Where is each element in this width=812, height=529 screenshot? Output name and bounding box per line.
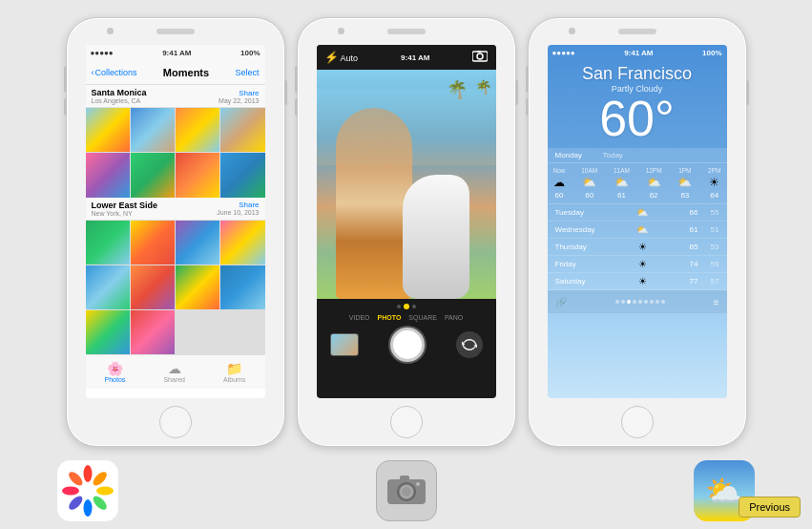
photo-4[interactable] — [220, 108, 264, 152]
iphone3-top-bezel — [529, 18, 746, 45]
photos-app-icon-wrapper[interactable] — [57, 460, 118, 521]
weather-share-icon[interactable]: 🔗 — [555, 297, 567, 307]
svg-point-6 — [96, 487, 114, 496]
friday-label: Friday — [555, 260, 608, 268]
photo-8[interactable] — [220, 153, 264, 197]
hour-now-icon: ☁ — [553, 176, 565, 189]
photos-app-icon[interactable] — [57, 460, 118, 521]
speaker-grille-3 — [618, 29, 656, 34]
select-button[interactable]: Select — [235, 68, 259, 77]
iphone3-mute — [526, 66, 529, 77]
photo-17[interactable] — [86, 310, 130, 354]
home-button-1[interactable] — [159, 406, 192, 438]
photos-icon-svg — [62, 465, 114, 517]
weather-top-section: San Francisco Partly Cloudy 60° — [548, 45, 727, 148]
photo-5[interactable] — [86, 153, 130, 197]
section-header-1: Santa Monica Los Angeles, CA Share May 2… — [86, 85, 265, 108]
last-photo-thumbnail[interactable] — [330, 333, 359, 356]
hourly-forecast: Now ☁ 60 10AM ⛅ 60 11AM ⛅ 61 — [548, 163, 727, 204]
front-camera-2 — [338, 28, 344, 34]
wednesday-row: Wednesday ⛅ 61 51 — [548, 222, 727, 239]
page-container: ●●●●● 9:41 AM 100% ‹ Collections Moments… — [0, 0, 812, 529]
iphone-top-bezel — [67, 18, 284, 45]
tuesday-row: Tuesday ⛅ 66 55 — [548, 204, 727, 222]
weather-list-icon[interactable]: ≡ — [714, 297, 719, 307]
camera-flip-control[interactable] — [456, 331, 483, 358]
page-dots — [615, 300, 665, 304]
camera-switch-button[interactable] — [472, 50, 488, 65]
back-button[interactable]: ‹ Collections — [92, 68, 137, 77]
hour-12pm-temp: 62 — [650, 191, 658, 200]
svg-point-12 — [81, 484, 94, 497]
home-button-2[interactable] — [390, 406, 423, 438]
thursday-lo: 53 — [698, 243, 719, 251]
camera-app-icon[interactable] — [376, 460, 437, 521]
section-2-title: Lower East Side — [92, 201, 158, 210]
albums-tab-icon: 📁 — [226, 362, 242, 375]
thursday-row: Thursday ☀ 65 53 — [548, 239, 727, 256]
time-display: 9:41 AM — [162, 49, 191, 57]
camera-bottom-controls — [317, 324, 496, 366]
photo-16[interactable] — [220, 265, 264, 309]
thursday-label: Thursday — [555, 243, 608, 251]
previous-button[interactable]: Previous — [739, 497, 801, 518]
thursday-icon: ☀ — [608, 242, 677, 252]
status-bar-weather: ●●●●● 9:41 AM 100% — [548, 45, 727, 60]
photo-6[interactable] — [131, 153, 175, 197]
shutter-button[interactable] — [390, 328, 425, 362]
tab-photos[interactable]: 🌸 Photos — [105, 362, 126, 383]
hour-2pm: 2PM ☀ 64 — [708, 167, 720, 200]
camera-icon-svg — [387, 476, 426, 506]
bottom-icons-row: ⛅ — [0, 451, 812, 529]
flash-control[interactable]: ⚡ Auto — [324, 51, 359, 64]
photo-2[interactable] — [131, 108, 175, 152]
tab-shared[interactable]: ☁ Shared — [163, 362, 185, 383]
photo-12[interactable] — [220, 221, 264, 264]
iphone2-mute — [295, 66, 298, 77]
section-2-share[interactable]: Share — [217, 201, 259, 209]
photo-14[interactable] — [131, 265, 175, 309]
photo-7[interactable] — [176, 153, 219, 197]
camera-top-bar: ⚡ Auto 9:41 AM — [317, 45, 496, 70]
wednesday-hi: 61 — [677, 225, 698, 234]
photo-13[interactable] — [86, 265, 130, 309]
photo-18[interactable] — [131, 310, 175, 354]
day-name: Monday — [555, 151, 603, 159]
photo-10[interactable] — [131, 221, 175, 264]
photo-1[interactable] — [86, 108, 130, 152]
tuesday-lo: 55 — [698, 208, 719, 217]
hour-now: Now ☁ 60 — [553, 167, 566, 200]
video-mode[interactable]: VIDEO — [349, 314, 370, 321]
svg-point-1 — [477, 53, 483, 59]
photo-3[interactable] — [176, 108, 219, 152]
photos-tab-icon: 🌸 — [107, 362, 123, 375]
photo-mode[interactable]: PHOTO — [378, 314, 402, 321]
tab-albums[interactable]: 📁 Albums — [223, 362, 245, 383]
square-mode[interactable]: SQUARE — [408, 314, 437, 321]
iphone-bottom-bezel-3 — [529, 398, 746, 446]
photos-tab-label: Photos — [105, 376, 126, 383]
photos-tab-bar: 🌸 Photos ☁ Shared 📁 Albums — [86, 354, 265, 389]
saturday-lo: 57 — [698, 277, 719, 286]
photo-9[interactable] — [86, 221, 130, 264]
section-1-share[interactable]: Share — [219, 89, 259, 97]
photos-screen: ●●●●● 9:41 AM 100% ‹ Collections Moments… — [86, 45, 265, 398]
hour-2pm-temp: 64 — [710, 191, 718, 200]
svg-point-8 — [84, 499, 93, 517]
hour-12pm-icon: ⛅ — [647, 176, 661, 189]
flash-icon: ⚡ — [324, 51, 339, 64]
iphone3-volume-up — [526, 75, 529, 93]
front-camera — [107, 28, 114, 34]
section-2-sub: New York, NY — [92, 210, 158, 217]
camera-viewfinder[interactable]: 🌴 🌴 — [317, 70, 496, 299]
hour-10am-icon: ⛅ — [582, 176, 596, 189]
camera-app-icon-wrapper[interactable] — [376, 460, 437, 521]
tuesday-icon: ⛅ — [608, 207, 677, 218]
svg-point-18 — [416, 482, 420, 486]
section-2-grid — [86, 221, 265, 355]
home-button-3[interactable] — [621, 406, 654, 438]
photo-15[interactable] — [176, 265, 219, 309]
speaker-grille-2 — [387, 29, 426, 34]
pano-mode[interactable]: PANO — [445, 314, 463, 321]
photo-11[interactable] — [176, 221, 219, 264]
